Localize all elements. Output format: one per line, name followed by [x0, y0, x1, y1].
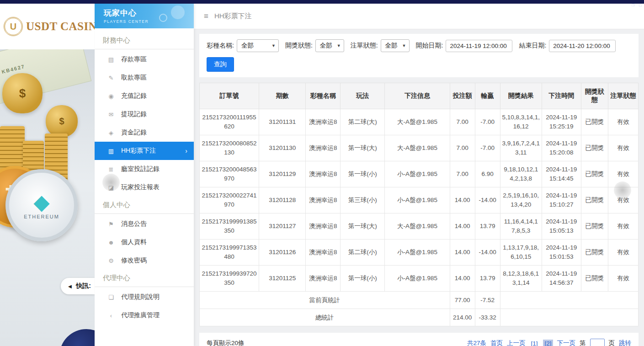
cell-order-no: 2152173200111955620 — [200, 109, 259, 135]
cell-order-status: 有效 — [608, 240, 638, 266]
cell-period: 31201126 — [259, 240, 306, 266]
sidebar-section-title: 個人中心 — [95, 197, 194, 214]
column-header: 開獎結果 — [500, 83, 542, 109]
dollar-symbol: $ — [59, 116, 64, 127]
first-page-link[interactable]: 首页 — [490, 339, 503, 346]
sidebar-header: 玩家中心 PLAYERS CENTER — [95, 4, 194, 28]
cell-play: 第二球(小) — [341, 240, 385, 266]
cell-draw-status: 已開獎 — [581, 266, 608, 292]
news-ticker[interactable]: ◄ 快訊: — [61, 278, 95, 294]
cell-lottery: 澳洲幸运8 — [306, 187, 341, 213]
cell-lottery: 澳洲幸运8 — [306, 109, 341, 135]
recharge-record-icon: ◉ — [107, 93, 115, 100]
bets-table: 訂單號期數彩種名稱玩法下注信息投注額輸贏開獎結果下注時間開獎狀態注單狀態 215… — [199, 83, 639, 326]
cell-draw-status: 已開獎 — [581, 187, 608, 213]
sidebar-item-label: 廳室投註記錄 — [121, 165, 160, 173]
sidebar-item-room-bet-record[interactable]: ≣廳室投註記錄 — [95, 160, 194, 178]
cell-order-no: 2152173200048563970 — [200, 161, 259, 187]
top-window-bar: ❐ ▢ — [0, 0, 644, 4]
sidebar-item-label: 玩家投注報表 — [121, 183, 160, 192]
page-1-link[interactable]: [1] — [529, 340, 539, 346]
end-date-label: 結束日期: — [519, 42, 546, 50]
table-row: 215217320008085213031201130澳洲幸运8第一球(大)大-… — [200, 135, 639, 161]
floating-widget[interactable] — [59, 329, 95, 346]
cell-time: 2024-11-19 15:25:19 — [542, 109, 581, 135]
window-expand-icon[interactable]: ▢ — [639, 4, 642, 7]
lottery-name-select[interactable]: 全部 ▼ — [237, 39, 279, 52]
window-restore-icon[interactable]: ❐ — [632, 4, 634, 7]
sidebar-item-player-report[interactable]: ◪玩家投注報表 — [95, 178, 194, 197]
news-ticker-label: 快訊: — [76, 282, 91, 290]
sidebar-item-withdraw-record[interactable]: ✉提現記錄 — [95, 105, 194, 123]
sidebar-item-withdraw[interactable]: ✎取款專區 — [95, 69, 194, 87]
cell-order-status: 有效 — [608, 109, 638, 135]
start-date-input[interactable] — [446, 40, 512, 52]
sidebar-item-agent-promotion[interactable]: ‹代理推廣管理 — [95, 306, 194, 325]
sidebar-item-deposit[interactable]: ▤存款專區 — [95, 50, 194, 69]
table-row: 215217319997135348031201126澳洲幸运8第二球(小)小-… — [200, 240, 639, 266]
dollar-symbol: $ — [19, 86, 26, 101]
column-header: 注單狀態 — [608, 83, 638, 109]
sidebar-item-label: 修改密碼 — [121, 256, 147, 265]
column-header: 下注時間 — [542, 83, 581, 109]
cell-result: 11,16,4,14,17,8,5,3 — [500, 213, 542, 240]
cell-order-no: 2152173199971353480 — [200, 240, 259, 266]
cell-amount: 14.00 — [450, 213, 475, 240]
cell-draw-status: 已開獎 — [581, 109, 608, 135]
ethereum-label: ETHEREUM — [24, 214, 59, 219]
cell-result: 5,10,8,3,14,1,16,12 — [500, 109, 542, 135]
cell-period: 31201131 — [259, 109, 306, 135]
next-page-link[interactable]: 下一页 — [557, 339, 576, 346]
summary-amount: 214.00 — [450, 309, 475, 326]
cell-result: 8,12,3,18,6,13,1,14 — [500, 266, 542, 292]
summary-row: 當前頁統計77.00-7.52 — [200, 292, 639, 309]
sidebar-item-label: 存款專區 — [121, 55, 147, 64]
page-size-text: 每頁顯示20條 — [207, 339, 245, 346]
sidebar-item-announcements[interactable]: ⚑消息公告 — [95, 215, 194, 233]
total-count: 共27条 — [467, 339, 486, 346]
sidebar-item-label: 代理規則說明 — [121, 293, 160, 301]
cell-draw-status: 已開獎 — [581, 240, 608, 266]
column-header: 下注信息 — [385, 83, 450, 109]
table-body: 215217320011195562031201131澳洲幸运8第二球(大)大-… — [200, 109, 639, 326]
jump-link[interactable]: 跳转 — [619, 339, 631, 346]
menu-toggle-icon[interactable]: ≡ — [204, 12, 208, 21]
sidebar-item-profile[interactable]: ☻個人資料 — [95, 233, 194, 251]
cell-time: 2024-11-19 15:05:13 — [542, 213, 581, 240]
table-header-row: 訂單號期數彩種名稱玩法下注信息投注額輸贏開獎結果下注時間開獎狀態注單狀態 — [200, 83, 639, 109]
sidebar-item-label: 代理推廣管理 — [121, 311, 160, 319]
left-background-region: U USDT CASINO KB4627 $ $ ₿ ◆ ETHEREUM ◄ … — [0, 4, 95, 346]
cell-play: 第一球(大) — [341, 135, 385, 161]
page-2-link[interactable]: [2] — [543, 340, 553, 346]
order-status-label: 注單狀態: — [351, 42, 378, 50]
sidebar-subtitle: PLAYERS CENTER — [104, 19, 194, 24]
cell-order-status: 有效 — [608, 161, 638, 187]
sidebar-nav: 財務中心▤存款專區✎取款專區◉充值記錄✉提現記錄◈資金記錄▥HH彩票下注›≣廳室… — [95, 28, 194, 325]
order-status-select[interactable]: 全部 ▼ — [381, 39, 410, 52]
speaker-icon: ◄ — [67, 283, 73, 290]
sidebar-item-agent-rules[interactable]: ❏代理規則說明 — [95, 288, 194, 306]
end-date-input[interactable] — [549, 40, 616, 52]
prev-page-link[interactable]: 上一页 — [507, 339, 526, 346]
sidebar-item-lottery-bet[interactable]: ▥HH彩票下注› — [95, 142, 194, 160]
search-button[interactable]: 查詢 — [207, 57, 234, 72]
cell-time: 2024-11-19 15:10:27 — [542, 187, 581, 213]
sidebar-item-funds-record[interactable]: ◈資金記錄 — [95, 123, 194, 142]
summary-empty — [500, 309, 638, 326]
cell-time: 2024-11-19 15:01:53 — [542, 240, 581, 266]
cell-amount: 14.00 — [450, 240, 475, 266]
cell-time: 2024-11-19 14:56:37 — [542, 266, 581, 292]
cell-order-no: 2152173199991385350 — [200, 213, 259, 240]
site-logo[interactable]: U USDT CASINO — [0, 4, 95, 49]
table-row: 215217319999138535031201127澳洲幸运8第一球(大)大-… — [200, 213, 639, 240]
draw-status-select[interactable]: 全部 ▼ — [315, 39, 344, 52]
sidebar-item-label: HH彩票下注 — [121, 147, 156, 155]
summary-amount: 77.00 — [450, 292, 475, 309]
cell-bet-info: 小-A盤@1.985 — [385, 187, 450, 213]
cell-result: 2,5,19,16,10,13,4,20 — [500, 187, 542, 213]
sidebar-item-change-password[interactable]: ⚙修改密碼 — [95, 251, 194, 270]
cell-bet-info: 大-A盤@1.985 — [385, 109, 450, 135]
sidebar-item-recharge-record[interactable]: ◉充值記錄 — [95, 87, 194, 105]
goto-page-input[interactable] — [590, 339, 605, 346]
cell-result: 3,9,16,7,2,4,13,11 — [500, 135, 542, 161]
